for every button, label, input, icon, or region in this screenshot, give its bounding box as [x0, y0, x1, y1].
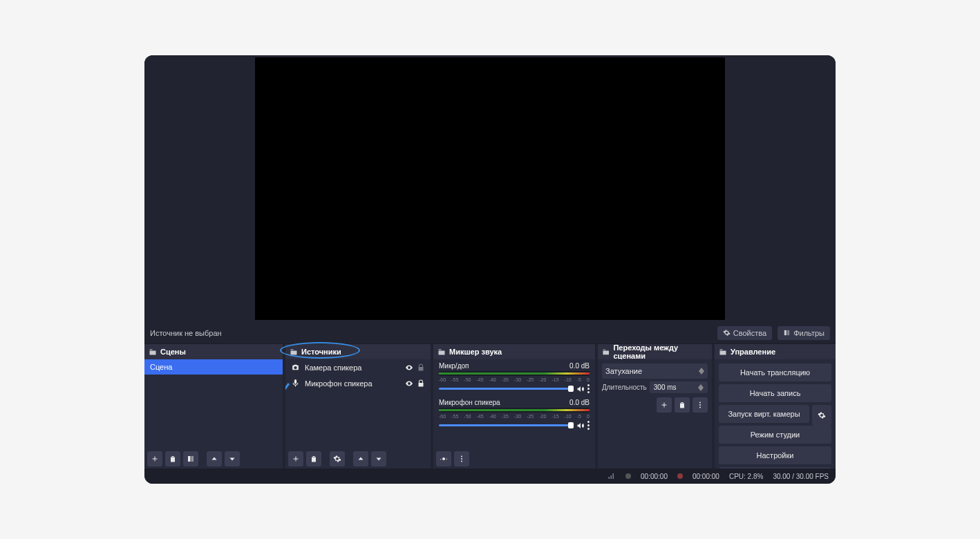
- remove-source-button[interactable]: [306, 451, 321, 466]
- exit-button[interactable]: Выход: [719, 467, 831, 469]
- mixer-menu-button[interactable]: [454, 451, 469, 466]
- remove-transition-button[interactable]: [675, 397, 690, 413]
- svg-rect-2: [188, 456, 191, 462]
- dock-icon: [149, 348, 157, 356]
- start-vcam-button[interactable]: Запуск вирт. камеры: [719, 405, 809, 423]
- add-transition-button[interactable]: [657, 397, 672, 413]
- source-item-camera[interactable]: Камера спикера: [285, 359, 431, 375]
- vcam-settings-button[interactable]: [812, 405, 831, 426]
- camera-icon: [291, 363, 300, 372]
- source-toolbar: Источник не выбран Свойства Фильтры: [144, 322, 836, 344]
- transition-menu-button[interactable]: [692, 397, 708, 413]
- mixer-body: Микр/доп 0.0 dB -60-55-50-45-40-35-30-25…: [433, 359, 595, 449]
- dock-icon: [602, 348, 610, 356]
- scenes-header[interactable]: Сцены: [144, 344, 283, 359]
- rec-time: 00:00:00: [692, 473, 719, 480]
- channel-menu-button[interactable]: [587, 384, 590, 393]
- svg-point-8: [699, 404, 701, 406]
- lock-icon[interactable]: [417, 379, 425, 388]
- dock-icon: [719, 348, 727, 356]
- docks-row: Сцены Сцена Источники: [144, 344, 836, 469]
- svg-point-4: [461, 456, 462, 457]
- speaker-icon[interactable]: [576, 422, 585, 430]
- source-down-button[interactable]: [371, 451, 386, 466]
- scenes-panel: Сцены Сцена: [144, 344, 283, 469]
- add-source-button[interactable]: [288, 451, 303, 466]
- meter-scale: -60-55-50-45-40-35-30-25-20-15-10-50: [439, 377, 590, 382]
- svg-point-9: [699, 407, 701, 408]
- transition-select[interactable]: Затухание: [602, 363, 708, 379]
- svg-rect-3: [191, 456, 194, 462]
- scene-down-button[interactable]: [225, 451, 240, 466]
- source-up-button[interactable]: [353, 451, 368, 466]
- source-properties-button[interactable]: [330, 451, 345, 466]
- preview-canvas[interactable]: [255, 57, 725, 320]
- preview-area: [144, 55, 836, 322]
- transitions-body: Затухание Длительность 300 ms: [598, 359, 712, 469]
- scenes-footer: [144, 449, 283, 469]
- studio-mode-button[interactable]: Режим студии: [719, 426, 831, 444]
- live-time: 00:00:00: [641, 473, 668, 480]
- mixer-panel: Микшер звука Микр/доп 0.0 dB -60-55-50-4…: [433, 344, 595, 469]
- sources-panel: Источники Камера спикера Микр: [285, 344, 431, 469]
- mixer-channel-0: Микр/доп 0.0 dB -60-55-50-45-40-35-30-25…: [433, 359, 595, 396]
- no-source-label: Источник не выбран: [150, 329, 222, 337]
- mixer-footer: [433, 449, 595, 469]
- eye-icon[interactable]: [405, 363, 413, 372]
- fps: 30.00 / 30.00 FPS: [773, 473, 829, 480]
- filters-button[interactable]: Фильтры: [778, 326, 830, 340]
- scenes-list: Сцена: [144, 359, 283, 449]
- advanced-audio-button[interactable]: [436, 451, 451, 466]
- dock-icon: [290, 348, 298, 356]
- channel-menu-button[interactable]: [587, 421, 590, 430]
- start-recording-button[interactable]: Начать запись: [719, 384, 831, 402]
- svg-point-5: [461, 458, 462, 460]
- settings-button[interactable]: Настройки: [719, 446, 831, 464]
- svg-rect-0: [784, 330, 786, 335]
- remove-scene-button[interactable]: [165, 451, 180, 466]
- network-icon: [607, 472, 616, 480]
- scene-filter-button[interactable]: [183, 451, 198, 466]
- live-indicator: [625, 473, 631, 479]
- audio-meter: [439, 371, 590, 376]
- cpu-usage: CPU: 2.8%: [729, 473, 763, 480]
- transitions-header[interactable]: Переходы между сценами: [598, 344, 712, 359]
- meter-scale: -60-55-50-45-40-35-30-25-20-15-10-50: [439, 414, 590, 419]
- status-bar: 00:00:00 00:00:00 CPU: 2.8% 30.00 / 30.0…: [144, 469, 836, 484]
- duration-label: Длительность: [602, 384, 647, 391]
- svg-point-6: [461, 461, 462, 462]
- mixer-channel-1: Микрофон спикера 0.0 dB -60-55-50-45-40-…: [433, 396, 595, 433]
- volume-slider[interactable]: [439, 424, 574, 426]
- lock-icon[interactable]: [417, 363, 425, 372]
- controls-panel: Управление Начать трансляцию Начать запи…: [715, 344, 836, 469]
- scene-item[interactable]: Сцена: [144, 359, 283, 375]
- controls-body: Начать трансляцию Начать запись Запуск в…: [715, 359, 836, 469]
- scene-up-button[interactable]: [207, 451, 222, 466]
- add-scene-button[interactable]: [147, 451, 162, 466]
- obs-window: Источник не выбран Свойства Фильтры Сцен…: [144, 55, 836, 484]
- audio-meter: [439, 408, 590, 413]
- sources-header[interactable]: Источники: [285, 344, 431, 359]
- svg-point-7: [699, 402, 701, 404]
- mixer-header[interactable]: Микшер звука: [433, 344, 595, 359]
- source-item-mic[interactable]: Микрофон спикера: [285, 375, 431, 391]
- sources-footer: [285, 449, 431, 469]
- controls-header[interactable]: Управление: [715, 344, 836, 359]
- speaker-icon[interactable]: [576, 385, 585, 393]
- rec-indicator: [677, 473, 683, 479]
- properties-button[interactable]: Свойства: [717, 326, 772, 340]
- mic-icon: [291, 379, 300, 388]
- start-streaming-button[interactable]: Начать трансляцию: [719, 363, 831, 381]
- svg-rect-1: [787, 330, 789, 335]
- volume-slider[interactable]: [439, 388, 574, 390]
- sources-list: Камера спикера Микрофон спикера: [285, 359, 431, 449]
- dock-icon: [437, 348, 446, 356]
- eye-icon[interactable]: [405, 379, 413, 388]
- duration-input[interactable]: 300 ms: [650, 381, 708, 393]
- transitions-panel: Переходы между сценами Затухание Длитель…: [598, 344, 712, 469]
